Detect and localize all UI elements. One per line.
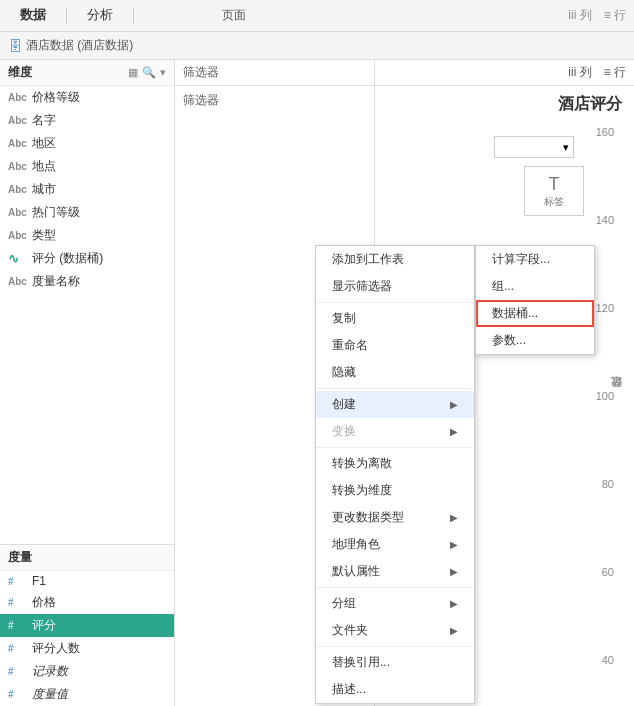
dim-label: 类型 (32, 227, 56, 244)
measure-item-price[interactable]: # 价格 (0, 591, 174, 614)
measure-type: # (8, 620, 28, 631)
dimensions-title: 维度 (8, 64, 128, 81)
submenu-item-bin[interactable]: 数据桶... (476, 300, 594, 327)
dim-label: 地点 (32, 158, 56, 175)
tab-divider (66, 8, 67, 24)
label-box-icon: T (549, 174, 560, 195)
measure-item-measure-value[interactable]: # 度量值 (0, 683, 174, 706)
row-icon: ≡ 行 (604, 7, 626, 24)
top-bar: 数据 分析 页面 iii 列 ≡ 行 (0, 0, 634, 32)
measure-item-records[interactable]: # 记录数 (0, 660, 174, 683)
menu-item-rename[interactable]: 重命名 (316, 332, 474, 359)
label-box: T 标签 (524, 166, 584, 216)
measure-type: # (8, 689, 28, 700)
dim-label: 度量名称 (32, 273, 80, 290)
dim-label: 城市 (32, 181, 56, 198)
menu-item-group[interactable]: 分组 ▶ (316, 590, 474, 617)
context-menu: 添加到工作表 显示筛选器 复制 重命名 隐藏 创建 ▶ (315, 245, 475, 704)
dim-item-measure-name[interactable]: Abc 度量名称 (0, 270, 174, 293)
measure-type: # (8, 597, 28, 608)
dim-item-city[interactable]: Abc 城市 (0, 178, 174, 201)
dim-item-pricetier[interactable]: Abc 价格等级 (0, 86, 174, 109)
measure-label: F1 (32, 574, 46, 588)
chart-select[interactable]: ▾ (494, 136, 574, 158)
dim-type: ∿ (8, 251, 28, 266)
tab-data[interactable]: 数据 (8, 2, 58, 30)
measure-label: 度量值 (32, 686, 68, 703)
filter-panel-label: 筛选器 (183, 93, 219, 107)
submenu-arrow-group: ▶ (450, 598, 458, 609)
submenu-arrow-type: ▶ (450, 512, 458, 523)
dim-item-type[interactable]: Abc 类型 (0, 224, 174, 247)
submenu-item-calc[interactable]: 计算字段... (476, 246, 594, 273)
menu-item-show-filter[interactable]: 显示筛选器 (316, 273, 474, 300)
columns-label: iii 列 (568, 64, 591, 81)
more-icon[interactable]: ▾ (160, 66, 166, 79)
chart-title: 酒店评分 (375, 86, 634, 123)
dim-type: Abc (8, 276, 28, 287)
measure-type: # (8, 643, 28, 654)
submenu-arrow-transform: ▶ (450, 426, 458, 437)
dimensions-header: 维度 ▦ 🔍 ▾ (0, 60, 174, 86)
menu-divider-1 (316, 302, 474, 303)
submenu-arrow-folder: ▶ (450, 625, 458, 636)
select-arrow: ▾ (563, 141, 569, 154)
right-top: 筛选器 iii 列 ≡ 行 (175, 60, 634, 86)
dim-item-score-bin[interactable]: ∿ 评分 (数据桶) (0, 247, 174, 270)
dim-label: 名字 (32, 112, 56, 129)
grid-icon[interactable]: ▦ (128, 66, 138, 79)
rows-label: ≡ 行 (604, 64, 626, 81)
measure-label: 评分人数 (32, 640, 80, 657)
dim-type: Abc (8, 92, 28, 103)
label-box-text: 标签 (544, 195, 564, 209)
menu-item-default-prop[interactable]: 默认属性 ▶ (316, 558, 474, 585)
dim-label: 评分 (数据桶) (32, 250, 103, 267)
menu-item-to-dimension[interactable]: 转换为维度 (316, 477, 474, 504)
menu-item-add-to-sheet[interactable]: 添加到工作表 (316, 246, 474, 273)
menu-item-describe[interactable]: 描述... (316, 676, 474, 703)
menu-item-to-discrete[interactable]: 转换为离散 (316, 450, 474, 477)
dim-type: Abc (8, 161, 28, 172)
measures-title: 度量 (8, 549, 166, 566)
menu-item-hide[interactable]: 隐藏 (316, 359, 474, 386)
measure-item-score-count[interactable]: # 评分人数 (0, 637, 174, 660)
menu-item-geo-role[interactable]: 地理角色 ▶ (316, 531, 474, 558)
section-icons: ▦ 🔍 ▾ (128, 66, 166, 79)
measure-type: # (8, 666, 28, 677)
submenu-item-param[interactable]: 参数... (476, 327, 594, 354)
measures-header: 度量 (0, 545, 174, 571)
datasource-icon: 🗄 (8, 38, 22, 54)
datasource-label[interactable]: 酒店数据 (酒店数据) (26, 37, 133, 54)
dim-item-hotlevel[interactable]: Abc 热门等级 (0, 201, 174, 224)
measure-item-score[interactable]: # 评分 (0, 614, 174, 637)
menu-item-transform: 变换 ▶ (316, 418, 474, 445)
filter-label: 筛选器 (175, 60, 375, 85)
dim-type: Abc (8, 207, 28, 218)
measure-item-f1[interactable]: # F1 (0, 571, 174, 591)
menu-item-change-type[interactable]: 更改数据类型 ▶ (316, 504, 474, 531)
dim-item-location[interactable]: Abc 地点 (0, 155, 174, 178)
measure-type: # (8, 576, 28, 587)
menu-item-copy[interactable]: 复制 (316, 305, 474, 332)
dim-label: 价格等级 (32, 89, 80, 106)
menu-item-folder[interactable]: 文件夹 ▶ (316, 617, 474, 644)
main-layout: 维度 ▦ 🔍 ▾ Abc 价格等级 Abc 名字 Abc 地区 Abc (0, 60, 634, 706)
menu-divider-3 (316, 447, 474, 448)
submenu-arrow-create: ▶ (450, 399, 458, 410)
right-top-right: iii 列 ≡ 行 (375, 60, 634, 85)
menu-item-replace-ref[interactable]: 替换引用... (316, 649, 474, 676)
left-panel: 维度 ▦ 🔍 ▾ Abc 价格等级 Abc 名字 Abc 地区 Abc (0, 60, 175, 706)
submenu-item-group[interactable]: 组... (476, 273, 594, 300)
menu-item-create[interactable]: 创建 ▶ (316, 391, 474, 418)
tab-divider2 (133, 8, 134, 24)
dim-item-region[interactable]: Abc 地区 (0, 132, 174, 155)
menu-divider-2 (316, 388, 474, 389)
col-icon: iii 列 (568, 7, 591, 24)
search-icon[interactable]: 🔍 (142, 66, 156, 79)
dim-item-name[interactable]: Abc 名字 (0, 109, 174, 132)
tab-analysis[interactable]: 分析 (75, 2, 125, 30)
dimension-list: Abc 价格等级 Abc 名字 Abc 地区 Abc 地点 Abc 城市 Abc… (0, 86, 174, 544)
dim-type: Abc (8, 138, 28, 149)
right-panel: 筛选器 iii 列 ≡ 行 筛选器 酒店评分 160 140 120 100 (175, 60, 634, 706)
dim-label: 地区 (32, 135, 56, 152)
